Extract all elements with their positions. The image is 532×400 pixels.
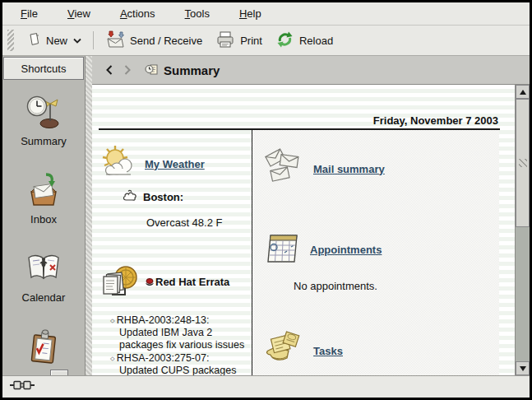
menu-view[interactable]: View — [53, 3, 105, 24]
shortcut-bar: Shortcuts — [2, 56, 86, 375]
toolbar: New Send / Receive — [2, 26, 530, 56]
tasks-section-header: Tasks — [264, 330, 499, 371]
page-title: Summary — [145, 63, 220, 77]
reload-button[interactable]: Reload — [269, 28, 340, 53]
menu-help[interactable]: Help — [224, 3, 276, 24]
pane-splitter[interactable] — [86, 56, 92, 375]
weather-section-header: My Weather — [100, 130, 252, 184]
main-area: Shortcuts — [2, 56, 530, 375]
appointments-link[interactable]: Appointments — [310, 244, 382, 256]
red-hat-icon — [145, 277, 155, 286]
menu-bar: File View Actions Tools Help — [2, 2, 530, 26]
tasks-notes-icon — [264, 330, 303, 371]
new-button[interactable]: New — [20, 30, 89, 52]
summary-right-column: Mail summary — [252, 130, 499, 375]
scrollbar-thumb[interactable] — [516, 99, 530, 227]
scroll-up-button[interactable] — [516, 85, 530, 99]
sidebar-item-tasks[interactable]: Tasks — [19, 328, 68, 375]
errata-item[interactable]: RHBA-2003:248-13: Updated IBM Java 2 pac… — [110, 314, 247, 351]
folder-title-bar: Summary — [92, 56, 530, 85]
menu-file[interactable]: File — [6, 3, 53, 24]
mail-summary-icon — [264, 148, 303, 189]
thumb-grip-icon — [519, 159, 527, 167]
weather-conditions: Overcast 48.2 F — [146, 216, 252, 229]
tasks-link[interactable]: Tasks — [313, 345, 343, 357]
weather-icon — [100, 143, 138, 184]
sidebar-item-calendar[interactable]: Calendar — [22, 250, 66, 304]
send-receive-icon — [104, 30, 125, 51]
summary-icon — [25, 94, 62, 133]
errata-item[interactable]: RHSA-2003:275-07: Updated CUPS packages … — [110, 352, 247, 375]
new-document-icon — [26, 32, 41, 49]
summary-left-column: My Weather Boston: — [99, 130, 252, 375]
calendar-icon — [25, 250, 62, 290]
chevron-left-icon — [104, 64, 114, 76]
print-button[interactable]: Print — [209, 28, 269, 53]
shortcuts-group-button[interactable]: Shortcuts — [3, 57, 84, 80]
sidebar-item-summary[interactable]: Summary — [21, 94, 67, 147]
send-receive-button[interactable]: Send / Receive — [98, 28, 209, 53]
toolbar-grip[interactable] — [7, 30, 14, 51]
errata-title: Red Hat Errata — [145, 276, 229, 288]
shortcut-list: Summary — [2, 81, 85, 375]
appointments-section-header: Appointments — [264, 229, 499, 270]
weather-location: Boston: — [143, 191, 183, 203]
arrow-down-icon — [520, 366, 526, 371]
back-button[interactable] — [100, 61, 118, 79]
mail-summary-link[interactable]: Mail summary — [313, 163, 385, 175]
scrollbar-track[interactable] — [516, 227, 530, 361]
menu-actions[interactable]: Actions — [105, 3, 170, 24]
tasks-icon — [25, 328, 62, 368]
forward-button[interactable] — [118, 61, 136, 79]
arrow-up-icon — [520, 90, 526, 95]
errata-list: RHBA-2003:248-13: Updated IBM Java 2 pac… — [110, 314, 247, 375]
online-status-icon[interactable] — [10, 379, 38, 394]
summary-title-icon — [145, 63, 159, 77]
summary-content: Friday, November 7 2003 — [92, 85, 515, 375]
chevron-right-icon — [123, 64, 132, 76]
new-dropdown-chevron-icon[interactable] — [72, 37, 82, 44]
menu-tools[interactable]: Tools — [170, 3, 224, 24]
status-bar — [2, 375, 530, 398]
appointments-status: No appointments. — [294, 280, 499, 292]
mail-section-header: Mail summary — [264, 130, 499, 189]
reload-icon — [275, 30, 294, 51]
my-weather-link[interactable]: My Weather — [145, 158, 205, 170]
errata-section-header: Red Hat Errata — [100, 265, 252, 308]
appointments-icon — [264, 229, 302, 270]
date-heading: Friday, November 7 2003 — [99, 85, 500, 130]
evolution-window: File View Actions Tools Help New — [0, 0, 532, 400]
red-hat-network-icon — [100, 265, 141, 308]
vertical-scrollbar — [515, 85, 530, 375]
toolbar-separator — [93, 31, 94, 49]
cloud-icon — [122, 189, 138, 205]
summary-panel: Summary Friday, November 7 2003 — [92, 56, 530, 375]
shortcut-scroll-down-button[interactable] — [50, 370, 68, 375]
inbox-icon — [25, 172, 62, 212]
sidebar-item-inbox[interactable]: Inbox — [25, 172, 62, 226]
scroll-down-button[interactable] — [516, 361, 530, 375]
print-icon — [215, 30, 235, 51]
